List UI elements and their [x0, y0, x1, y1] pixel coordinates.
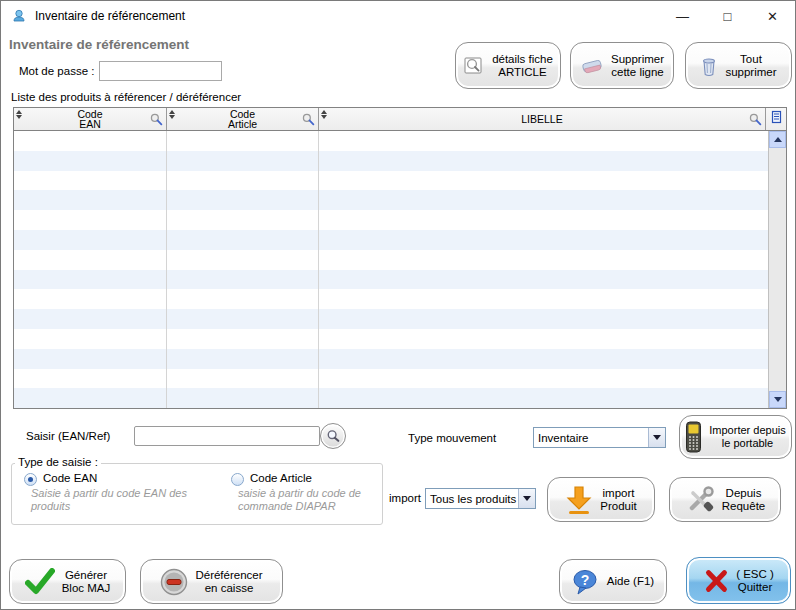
- column-header-libelle[interactable]: LIBELLE: [319, 108, 766, 130]
- chevron-down-icon[interactable]: [518, 489, 535, 508]
- column-label: Code EAN: [77, 109, 102, 130]
- button-label: Importer depuis le portable: [709, 424, 785, 450]
- chevron-down-icon[interactable]: [648, 428, 665, 447]
- saisir-input[interactable]: [134, 426, 320, 446]
- button-label: Aide (F1): [607, 575, 654, 588]
- table-row[interactable]: [14, 270, 769, 290]
- column-label: Code Article: [228, 109, 257, 130]
- button-label-line: Produit: [600, 500, 636, 513]
- trash-icon: [700, 55, 718, 77]
- table-row[interactable]: [14, 230, 769, 250]
- depuis-requete-button[interactable]: Depuis Requête: [669, 477, 781, 522]
- table-row[interactable]: [14, 349, 769, 369]
- table-row[interactable]: [14, 131, 769, 151]
- table-scrollbar[interactable]: [768, 131, 786, 408]
- generer-bloc-maj-button[interactable]: Générer Bloc MAJ: [9, 559, 126, 604]
- table-row[interactable]: [14, 210, 769, 230]
- dereferencer-caisse-button[interactable]: Déréférencer en caisse: [140, 559, 283, 604]
- table-options-icon[interactable]: [770, 110, 782, 128]
- button-label-line: Depuis: [722, 487, 765, 500]
- table-row[interactable]: [14, 329, 769, 349]
- minus-circle-icon: [160, 568, 188, 596]
- quitter-button[interactable]: ( ESC ) Quitter: [686, 557, 791, 604]
- column-header-code-ean[interactable]: Code EAN: [14, 108, 167, 130]
- button-label-line: Importer depuis: [709, 424, 785, 437]
- sort-icon: [16, 110, 22, 119]
- import-label: import: [389, 492, 421, 504]
- search-icon: [326, 429, 340, 443]
- radio-code-ean-label[interactable]: Code EAN: [43, 472, 97, 484]
- delete-line-button[interactable]: Supprimer cette ligne: [570, 42, 674, 89]
- password-input[interactable]: [99, 61, 222, 81]
- close-button[interactable]: ✕: [750, 1, 795, 31]
- button-label-line: Requête: [722, 500, 765, 513]
- radio-code-ean[interactable]: [24, 473, 37, 486]
- search-icon[interactable]: [302, 112, 315, 130]
- saisir-label: Saisir (EAN/Ref): [26, 430, 110, 442]
- red-x-icon: [703, 568, 729, 594]
- aide-button[interactable]: ? Aide (F1): [559, 559, 667, 604]
- radio-code-article-label[interactable]: Code Article: [250, 472, 312, 484]
- table-row[interactable]: [14, 289, 769, 309]
- search-icon[interactable]: [749, 112, 762, 130]
- button-label-line: ( ESC ): [736, 568, 774, 581]
- table-row[interactable]: [14, 151, 769, 171]
- table-row[interactable]: [14, 309, 769, 329]
- column-separator: [166, 131, 167, 408]
- table-row[interactable]: [14, 250, 769, 270]
- import-produit-button[interactable]: import Produit: [547, 477, 655, 522]
- checkmark-icon: [25, 568, 55, 596]
- import-select[interactable]: Tous les produits: [425, 488, 536, 509]
- button-label: ( ESC ) Quitter: [736, 568, 774, 594]
- button-label: détails fiche ARTICLE: [492, 53, 553, 79]
- button-label: Supprimer cette ligne: [611, 53, 664, 79]
- minimize-button[interactable]: —: [660, 1, 705, 31]
- import-portable-button[interactable]: Importer depuis le portable: [679, 415, 792, 459]
- type-saisie-legend: Type de saisie :: [15, 456, 101, 468]
- type-saisie-group: Code EAN Saisie à partir du code EAN des…: [11, 463, 383, 525]
- button-label-line: Aide (F1): [607, 575, 654, 588]
- table-row[interactable]: [14, 190, 769, 210]
- table-row[interactable]: [14, 388, 769, 408]
- table-options-cell: [766, 108, 786, 130]
- table-row[interactable]: [14, 171, 769, 191]
- maximize-button[interactable]: □: [705, 1, 750, 31]
- column-separator: [318, 131, 319, 408]
- sort-icon: [169, 110, 175, 119]
- app-window: Inventaire de référencement — □ ✕ Invent…: [0, 0, 796, 610]
- details-article-button[interactable]: détails fiche ARTICLE: [455, 42, 561, 89]
- titlebar: Inventaire de référencement — □ ✕: [1, 1, 795, 31]
- radio-code-ean-description: Saisie à partir du code EAN des produits: [31, 487, 206, 513]
- button-label: Tout supprimer: [725, 53, 776, 79]
- button-label-line: import: [600, 487, 636, 500]
- tools-icon: [685, 485, 715, 515]
- scroll-up-button[interactable]: [769, 131, 786, 148]
- delete-all-button[interactable]: Tout supprimer: [685, 42, 792, 89]
- list-label: Liste des produits à référencer / déréfé…: [11, 91, 241, 103]
- table-header: Code EAN Code Article: [14, 108, 786, 131]
- radio-code-article[interactable]: [231, 473, 244, 486]
- window-controls: — □ ✕: [660, 1, 795, 31]
- button-label-line: Générer: [62, 569, 111, 582]
- column-header-code-article[interactable]: Code Article: [167, 108, 319, 130]
- chevron-down-icon: [774, 397, 782, 402]
- table-rows: [14, 131, 769, 408]
- sort-icon: [321, 110, 327, 119]
- button-label-line: en caisse: [195, 582, 262, 595]
- column-label-line: Article: [228, 119, 257, 130]
- type-mouvement-label: Type mouvement: [408, 432, 496, 444]
- search-button[interactable]: [320, 423, 346, 449]
- type-mouvement-select[interactable]: Inventaire: [533, 427, 666, 448]
- eraser-icon: [580, 58, 604, 74]
- button-label-line: Tout: [725, 53, 776, 66]
- button-label-line: Déréférencer: [195, 569, 262, 582]
- button-label-line: le portable: [709, 437, 785, 450]
- search-icon[interactable]: [150, 112, 163, 130]
- download-arrow-icon: [565, 485, 593, 515]
- table-row[interactable]: [14, 369, 769, 389]
- password-label: Mot de passe :: [19, 65, 94, 77]
- button-label-line: ARTICLE: [492, 66, 553, 79]
- products-table: Code EAN Code Article: [13, 107, 787, 409]
- scroll-down-button[interactable]: [769, 391, 786, 408]
- button-label-line: cette ligne: [611, 66, 664, 79]
